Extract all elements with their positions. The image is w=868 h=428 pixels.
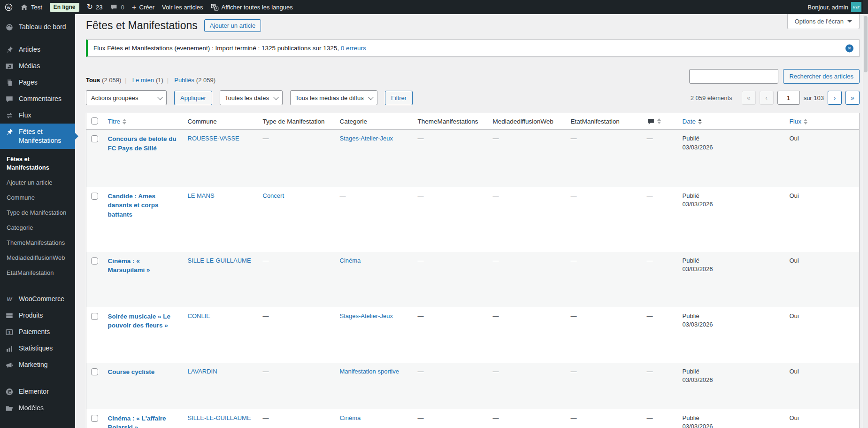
categorie-link[interactable]: Stages-Atelier-Jeux xyxy=(340,312,393,319)
media-value[interactable]: — xyxy=(493,368,499,375)
etat-value[interactable]: — xyxy=(571,368,577,375)
categorie-link[interactable]: Cinéma xyxy=(340,257,361,264)
row-checkbox[interactable] xyxy=(91,193,98,200)
sidebar-item-commentaires[interactable]: Commentaires xyxy=(0,91,75,107)
post-title-link[interactable]: Cinéma : « L'affaire Bojarski » xyxy=(108,415,166,428)
bulk-actions-select[interactable]: Actions groupées xyxy=(86,90,167,105)
last-page-button[interactable]: » xyxy=(845,91,860,105)
current-page-input[interactable] xyxy=(777,91,800,105)
view-le-mien[interactable]: Le mien (1) xyxy=(121,77,163,84)
submenu-item-mediadediffusionweb[interactable]: MediadediffusionWeb xyxy=(0,250,75,265)
type-value[interactable]: — xyxy=(263,414,269,421)
submenu-item-categorie[interactable]: Categorie xyxy=(0,220,75,235)
column-header-comments[interactable] xyxy=(642,113,678,130)
sidebar-item-paiements[interactable]: $ Paiements xyxy=(0,324,75,340)
next-page-button[interactable]: › xyxy=(828,91,842,105)
errors-link[interactable]: 0 erreurs xyxy=(341,45,366,52)
sidebar-item-pages[interactable]: Pages xyxy=(0,74,75,91)
sidebar-item-marketing[interactable]: Marketing xyxy=(0,357,75,373)
post-title-link[interactable]: Cinéma : « Marsupilami » xyxy=(108,257,150,274)
media-value[interactable]: — xyxy=(493,414,499,421)
theme-value[interactable]: — xyxy=(418,312,424,319)
column-header-flux[interactable]: Flux xyxy=(785,113,860,130)
row-checkbox[interactable] xyxy=(91,313,98,320)
sidebar-item-dashboard[interactable]: Tableau de bord xyxy=(0,19,75,35)
my-account-menu[interactable]: Bonjour, admin ircf xyxy=(807,0,861,14)
theme-value[interactable]: — xyxy=(418,135,424,142)
commune-link[interactable]: LE MANS xyxy=(188,192,215,199)
post-title-link[interactable]: Candide : Ames dansnts et corps battants xyxy=(108,193,159,218)
filter-button[interactable]: Filtrer xyxy=(385,91,413,105)
wp-logo-menu[interactable]: W xyxy=(5,0,13,14)
submenu-item-fetes-et-manifestations[interactable]: Fêtes et Manifestations xyxy=(0,152,75,175)
view-posts-link[interactable]: Voir les articles xyxy=(162,0,203,14)
submenu-item-thememanifestations[interactable]: ThemeManifestations xyxy=(0,235,75,250)
theme-value[interactable]: — xyxy=(418,414,424,421)
etat-value[interactable]: — xyxy=(571,257,577,264)
row-checkbox[interactable] xyxy=(91,368,98,375)
view-tous[interactable]: Tous (2 059) xyxy=(86,77,121,84)
site-menu[interactable]: Test xyxy=(20,0,42,14)
commune-link[interactable]: SILLE-LE-GUILLAUME xyxy=(188,257,251,264)
dates-filter-select[interactable]: Toutes les dates xyxy=(220,90,283,105)
add-article-button[interactable]: Ajouter un article xyxy=(204,19,261,32)
categorie-link[interactable]: Cinéma xyxy=(340,414,361,421)
media-value[interactable]: — xyxy=(493,135,499,142)
sidebar-item-elementor[interactable]: Elementor xyxy=(0,383,75,400)
etat-value[interactable]: — xyxy=(571,312,577,319)
sidebar-item-articles[interactable]: Articles xyxy=(0,41,75,58)
row-checkbox[interactable] xyxy=(91,135,98,142)
sidebar-item-flux[interactable]: Flux xyxy=(0,107,75,124)
scrollbar-thumb[interactable] xyxy=(864,16,868,72)
post-title-link[interactable]: Soirée musicale « Le pouvoir des fleurs … xyxy=(108,313,171,329)
updates-menu[interactable]: ↻ 23 xyxy=(87,0,103,14)
sidebar-item-fetes-et-manifestations[interactable]: Fêtes et Manifestations xyxy=(0,124,75,149)
new-content-menu[interactable]: + Créer xyxy=(132,0,154,14)
categorie-link[interactable]: Stages-Atelier-Jeux xyxy=(340,135,393,142)
etat-value[interactable]: — xyxy=(571,192,577,199)
theme-value[interactable]: — xyxy=(418,192,424,199)
column-header-titre[interactable]: Titre xyxy=(103,113,183,130)
languages-menu[interactable]: Afficher toutes les langues xyxy=(211,0,293,14)
commune-link[interactable]: LAVARDIN xyxy=(188,368,217,375)
select-all-checkbox[interactable] xyxy=(91,117,98,125)
submenu-item-type-de-manifestation[interactable]: Type de Manifestation xyxy=(0,205,75,220)
dismiss-notice-button[interactable]: ✕ xyxy=(845,44,853,52)
commune-link[interactable]: ROUESSE-VASSE xyxy=(188,135,239,142)
submenu-item-etatmanifestation[interactable]: EtatManifestation xyxy=(0,265,75,280)
type-value[interactable]: Concert xyxy=(263,192,284,199)
type-value[interactable]: — xyxy=(263,368,269,375)
submenu-item-commune[interactable]: Commune xyxy=(0,190,75,205)
post-title-link[interactable]: Course cycliste xyxy=(108,368,155,375)
sidebar-item-statistiques[interactable]: Statistiques xyxy=(0,340,75,357)
screen-options-button[interactable]: Options de l'écran xyxy=(787,14,860,29)
etat-value[interactable]: — xyxy=(571,135,577,142)
sidebar-item-woocommerce[interactable]: W WooCommerce xyxy=(0,291,75,307)
submenu-item-ajouter-un-article[interactable]: Ajouter un article xyxy=(0,175,75,190)
type-value[interactable]: — xyxy=(263,257,269,264)
theme-value[interactable]: — xyxy=(418,368,424,375)
sidebar-item-medias[interactable]: Médias xyxy=(0,58,75,74)
view-publies[interactable]: Publiés (2 059) xyxy=(163,77,215,84)
media-filter-select[interactable]: Tous les médias de diffusi xyxy=(290,90,377,105)
sidebar-item-modeles[interactable]: Modèles xyxy=(0,400,75,416)
post-title-link[interactable]: Concours de belote du FC Pays de Sillé xyxy=(108,135,177,152)
type-value[interactable]: — xyxy=(263,312,269,319)
apply-button[interactable]: Appliquer xyxy=(174,91,212,105)
commune-link[interactable]: CONLIE xyxy=(188,312,210,319)
comments-menu[interactable]: 0 xyxy=(110,0,124,14)
sidebar-item-produits[interactable]: Produits xyxy=(0,307,75,324)
etat-value[interactable]: — xyxy=(571,414,577,421)
categorie-link[interactable]: Manifestation sportive xyxy=(340,368,399,375)
theme-value[interactable]: — xyxy=(418,257,424,264)
categorie-link[interactable]: — xyxy=(340,192,346,199)
row-checkbox[interactable] xyxy=(91,415,98,422)
search-input[interactable] xyxy=(689,69,778,84)
media-value[interactable]: — xyxy=(493,192,499,199)
type-value[interactable]: — xyxy=(263,135,269,142)
row-checkbox[interactable] xyxy=(91,257,98,265)
column-header-date[interactable]: Date xyxy=(678,113,785,130)
media-value[interactable]: — xyxy=(493,312,499,319)
media-value[interactable]: — xyxy=(493,257,499,264)
first-page-button[interactable]: « xyxy=(742,91,756,105)
